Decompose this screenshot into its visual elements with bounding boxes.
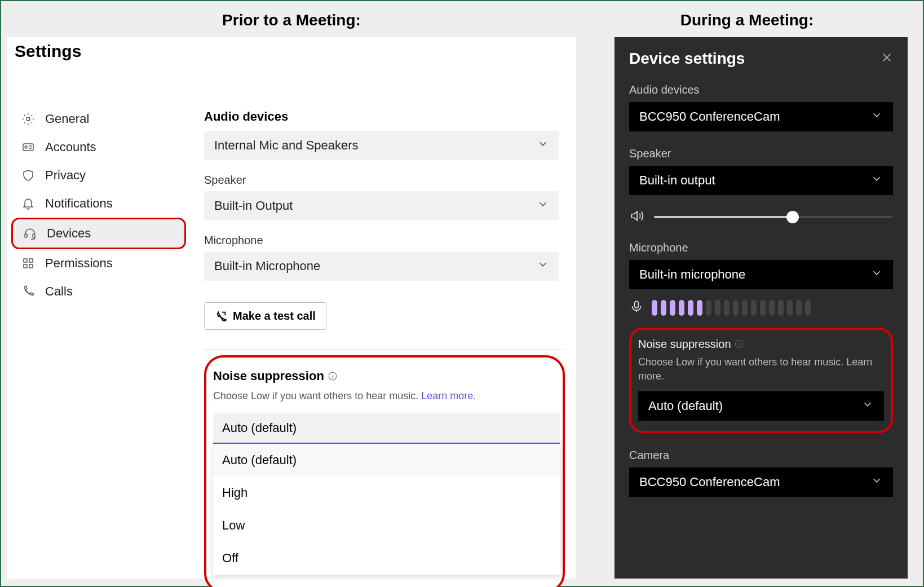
noise-suppression-description-dark: Choose Low if you want others to hear mu…: [638, 355, 884, 383]
dropdown-value: Built-in Microphone: [214, 259, 320, 273]
sidebar-item-label: Privacy: [45, 168, 86, 183]
sidebar-item-label: Accounts: [45, 140, 96, 155]
dropdown-option-auto[interactable]: Auto (default): [213, 444, 560, 476]
speaker-dropdown[interactable]: Built-in Output: [204, 191, 559, 220]
microphone-level-meter: [629, 299, 893, 316]
sidebar-item-label: Notifications: [45, 196, 113, 211]
svg-rect-8: [29, 264, 33, 268]
learn-more-link[interactable]: Learn more.: [421, 390, 476, 401]
sidebar-item-devices[interactable]: Devices: [11, 218, 186, 249]
speaker-dropdown-dark[interactable]: Built-in output: [629, 166, 893, 195]
noise-suppression-description: Choose Low if you want others to hear mu…: [213, 390, 556, 402]
dropdown-value: Auto (default): [222, 421, 297, 435]
device-settings-panel: Device settings Audio devices BCC950 Con…: [614, 37, 908, 579]
info-icon[interactable]: [734, 339, 744, 349]
svg-rect-7: [24, 264, 27, 268]
headset-icon: [23, 227, 37, 240]
volume-track[interactable]: [654, 216, 893, 218]
camera-label: Camera: [629, 449, 893, 462]
dropdown-value: Built-in Output: [214, 198, 293, 213]
microphone-icon: [629, 299, 644, 316]
audio-device-dropdown-dark[interactable]: BCC950 ConferenceCam: [629, 102, 893, 131]
sidebar-item-notifications[interactable]: Notifications: [11, 189, 186, 218]
sidebar-item-permissions[interactable]: Permissions: [11, 249, 186, 277]
microphone-label-dark: Microphone: [629, 241, 893, 254]
noise-suppression-section: Noise suppression Choose Low if you want…: [204, 355, 565, 587]
noise-suppression-dropdown-dark[interactable]: Auto (default): [638, 391, 884, 421]
dropdown-value: Built-in output: [639, 173, 715, 188]
speaker-icon: [629, 209, 644, 226]
shield-icon: [21, 169, 35, 182]
dropdown-value: Internal Mic and Speakers: [214, 138, 359, 153]
dropdown-value: BCC950 ConferenceCam: [639, 475, 780, 489]
microphone-dropdown-dark[interactable]: Built-in microphone: [629, 260, 893, 289]
settings-window: Settings General Accounts Privacy Notifi…: [7, 37, 576, 579]
svg-point-2: [25, 146, 27, 148]
svg-rect-5: [24, 259, 27, 262]
microphone-dropdown[interactable]: Built-in Microphone: [204, 251, 559, 281]
svg-rect-4: [33, 234, 35, 237]
volume-fill: [654, 216, 793, 218]
button-label: Make a test call: [233, 310, 316, 323]
settings-main: Audio devices Internal Mic and Speakers …: [204, 109, 576, 587]
chevron-down-icon: [870, 173, 883, 188]
noise-suppression-dropdown[interactable]: Auto (default) Auto (default) High Low O…: [213, 413, 560, 575]
noise-suppression-heading: Noise suppression: [213, 369, 556, 383]
sidebar-item-accounts[interactable]: Accounts: [11, 133, 186, 161]
dropdown-option-high[interactable]: High: [213, 476, 560, 509]
dropdown-options-list: Auto (default) High Low Off: [213, 444, 560, 575]
bell-icon: [21, 197, 35, 210]
sidebar-item-label: Calls: [45, 284, 73, 299]
settings-sidebar: General Accounts Privacy Notifications D…: [11, 105, 186, 306]
learn-more-link-dark[interactable]: more.: [638, 369, 884, 383]
svg-point-0: [26, 117, 30, 121]
chevron-down-icon: [537, 198, 549, 214]
svg-rect-3: [25, 234, 27, 237]
microphone-label: Microphone: [204, 234, 576, 247]
close-icon[interactable]: [881, 51, 893, 66]
sidebar-item-privacy[interactable]: Privacy: [11, 161, 186, 189]
account-icon: [21, 140, 35, 154]
chevron-down-icon: [870, 474, 883, 490]
svg-rect-10: [635, 301, 639, 308]
chevron-down-icon: [870, 109, 883, 125]
divider: [204, 349, 565, 350]
volume-knob[interactable]: [786, 211, 799, 223]
chevron-down-icon: [537, 258, 549, 274]
sidebar-item-label: Devices: [47, 226, 91, 241]
gear-icon: [21, 112, 35, 126]
chevron-down-icon: [537, 138, 549, 153]
phone-icon: [21, 285, 35, 298]
speaker-volume-slider[interactable]: [629, 209, 893, 226]
dropdown-option-off[interactable]: Off: [213, 542, 560, 575]
dropdown-value: BCC950 ConferenceCam: [639, 109, 780, 124]
chevron-down-icon: [861, 398, 874, 414]
caption-prior: Prior to a Meeting:: [7, 11, 576, 29]
noise-suppression-section-dark: Noise suppression Choose Low if you want…: [629, 328, 893, 433]
caption-during: During a Meeting:: [581, 11, 913, 29]
dropdown-value: Built-in microphone: [639, 267, 745, 282]
audio-devices-heading-dark: Audio devices: [629, 83, 893, 96]
info-icon[interactable]: [328, 371, 338, 381]
audio-devices-heading: Audio devices: [204, 109, 576, 124]
phone-outgoing-icon: [215, 310, 227, 323]
chevron-down-icon: [870, 267, 883, 283]
settings-title: Settings: [7, 37, 576, 73]
grid-icon: [21, 257, 35, 270]
make-test-call-button[interactable]: Make a test call: [204, 302, 326, 330]
sidebar-item-label: Permissions: [45, 256, 113, 271]
speaker-label: Speaker: [204, 174, 576, 187]
dropdown-option-low[interactable]: Low: [213, 509, 560, 542]
level-bars: [652, 300, 811, 316]
noise-suppression-heading-dark: Noise suppression: [638, 338, 884, 351]
sidebar-item-general[interactable]: General: [11, 105, 186, 133]
device-settings-title: Device settings: [629, 50, 745, 68]
sidebar-item-calls[interactable]: Calls: [11, 277, 186, 306]
dropdown-value: Auto (default): [648, 399, 723, 413]
dropdown-selected[interactable]: Auto (default): [213, 413, 560, 444]
sidebar-item-label: General: [45, 112, 89, 126]
svg-rect-6: [29, 259, 33, 262]
camera-dropdown[interactable]: BCC950 ConferenceCam: [629, 467, 893, 497]
audio-device-dropdown[interactable]: Internal Mic and Speakers: [204, 131, 559, 160]
speaker-label-dark: Speaker: [629, 147, 893, 160]
